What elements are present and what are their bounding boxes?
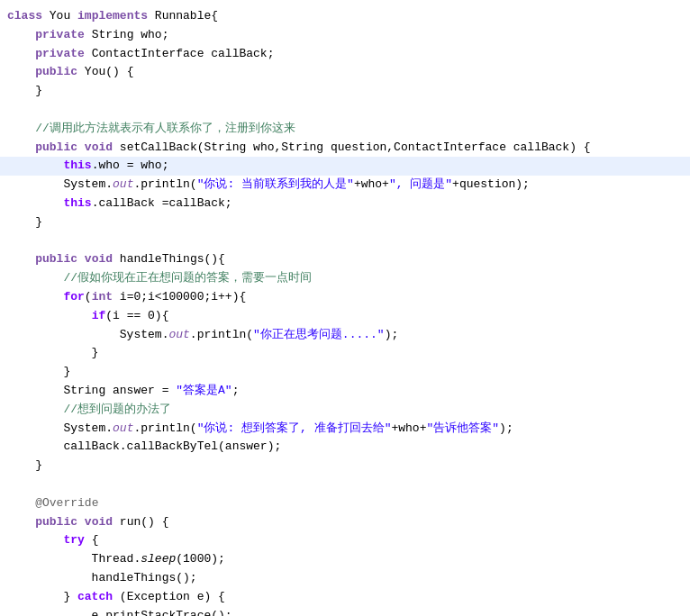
token-kw2: try xyxy=(63,531,84,550)
token-ident: i=0;i<100000;i++){ xyxy=(113,288,246,307)
token-ident: (Exception e) { xyxy=(113,588,225,607)
token-annotation: @Override xyxy=(35,494,98,513)
token-ident: Runnable{ xyxy=(148,7,218,26)
token-comment: //想到问题的办法了 xyxy=(63,401,171,420)
token-ident: ); xyxy=(499,420,513,439)
token-ident xyxy=(7,513,35,532)
token-ident xyxy=(7,531,63,550)
code-line: //假如你现在正在想问题的答案，需要一点时间 xyxy=(0,269,690,288)
token-ident xyxy=(77,513,85,532)
code-line: this.callBack =callBack; xyxy=(0,195,690,213)
token-ident xyxy=(7,26,35,45)
token-kw: implements xyxy=(77,7,148,26)
token-ident xyxy=(7,45,35,64)
token-ident: (i == 0){ xyxy=(105,307,168,326)
code-line xyxy=(0,232,690,251)
token-kw: void xyxy=(85,513,113,532)
token-ident: handleThings(); xyxy=(7,569,197,588)
code-line: e.printStackTrace(); xyxy=(0,607,690,617)
code-line: private ContactInterface callBack; xyxy=(0,45,690,64)
token-out: out xyxy=(113,420,133,439)
code-line: private String who; xyxy=(0,26,690,45)
code-line xyxy=(0,476,690,494)
token-ident xyxy=(7,139,35,158)
code-line: System.out.println("你正在思考问题....."); xyxy=(0,326,690,345)
token-ident: .println( xyxy=(190,326,253,345)
code-line: this.who = who; xyxy=(0,157,690,176)
token-ident xyxy=(7,307,92,326)
token-kw2: this xyxy=(63,195,91,213)
code-line: public You() { xyxy=(0,63,690,82)
code-line: } xyxy=(0,457,690,476)
token-static-method: sleep xyxy=(141,550,176,569)
token-kw: int xyxy=(92,288,113,307)
token-out: out xyxy=(113,176,133,195)
code-line: @Override xyxy=(0,494,690,513)
token-kw: public xyxy=(35,63,77,82)
token-ident: } xyxy=(7,213,42,232)
code-line: if(i == 0){ xyxy=(0,307,690,326)
token-ident: String who; xyxy=(85,26,169,45)
token-ident: } xyxy=(7,457,42,476)
token-kw: void xyxy=(85,250,113,269)
token-ident: .callBack =callBack; xyxy=(92,195,232,213)
token-ident: .println( xyxy=(133,420,196,439)
code-line: } catch (Exception e) { xyxy=(0,588,690,607)
token-kw: private xyxy=(35,45,85,64)
token-ident xyxy=(7,157,63,176)
token-ident: setCallBack(String who,String question,C… xyxy=(113,139,591,158)
token-kw2: catch xyxy=(77,588,113,607)
token-ident xyxy=(7,269,63,288)
token-ident: ContactInterface callBack; xyxy=(85,45,275,64)
token-ident: (1000); xyxy=(176,550,225,569)
token-ident: System. xyxy=(7,326,168,345)
token-ident xyxy=(77,250,85,269)
code-line: public void run() { xyxy=(0,513,690,532)
token-ident: run() { xyxy=(113,513,168,532)
token-ident xyxy=(7,120,35,139)
code-line: } xyxy=(0,344,690,363)
token-ident: Thread. xyxy=(7,550,141,569)
code-line: public void handleThings(){ xyxy=(0,250,690,269)
token-ident xyxy=(7,250,35,269)
token-ident: .who = who; xyxy=(92,157,169,176)
token-ident xyxy=(7,63,35,82)
token-str: "你正在思考问题....." xyxy=(253,326,385,345)
token-ident: { xyxy=(85,531,99,550)
token-kw: public xyxy=(35,139,77,158)
token-ident xyxy=(7,401,63,420)
code-line: //调用此方法就表示有人联系你了，注册到你这来 xyxy=(0,120,690,139)
token-ident: } xyxy=(7,344,98,363)
token-comment: //假如你现在正在想问题的答案，需要一点时间 xyxy=(63,269,312,288)
token-kw2: for xyxy=(63,288,84,307)
token-ident: ; xyxy=(232,382,240,401)
code-line: public void setCallBack(String who,Strin… xyxy=(0,139,690,158)
token-ident xyxy=(7,494,35,513)
token-ident: e.printStackTrace(); xyxy=(7,607,232,617)
token-ident: String answer = xyxy=(7,382,176,401)
token-ident: callBack.callBackByTel(answer); xyxy=(7,438,281,457)
token-ident: ); xyxy=(385,326,399,345)
code-line: class You implements Runnable{ xyxy=(0,7,690,26)
token-ident: } xyxy=(7,588,77,607)
token-kw: private xyxy=(35,26,85,45)
token-ident: handleThings(){ xyxy=(113,250,225,269)
code-line: } xyxy=(0,363,690,382)
code-line: handleThings(); xyxy=(0,569,690,588)
code-editor[interactable]: class You implements Runnable{ private S… xyxy=(0,0,690,616)
token-ident: .println( xyxy=(133,176,196,195)
token-out: out xyxy=(168,326,189,345)
token-comment: //调用此方法就表示有人联系你了，注册到你这来 xyxy=(35,120,295,139)
code-line: String answer = "答案是A"; xyxy=(0,382,690,401)
token-kw: class xyxy=(7,7,42,26)
code-line: System.out.println("你说: 想到答案了, 准备打回去给"+w… xyxy=(0,420,690,439)
code-line: } xyxy=(0,213,690,232)
token-ident xyxy=(7,195,63,213)
token-ident: } xyxy=(7,82,42,101)
token-kw: public xyxy=(35,250,77,269)
token-ident: System. xyxy=(7,176,113,195)
code-line: callBack.callBackByTel(answer); xyxy=(0,438,690,457)
token-ident: +question); xyxy=(452,176,530,195)
token-ident xyxy=(7,288,63,307)
code-line xyxy=(0,101,690,120)
